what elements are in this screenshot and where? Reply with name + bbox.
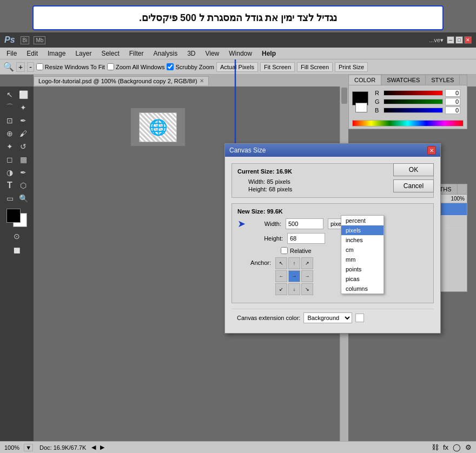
unit-option-cm[interactable]: cm [341,245,384,255]
unit-option-points[interactable]: points [341,264,384,274]
quick-mask-button[interactable]: ⊙ [3,230,30,242]
bg-color-swatch[interactable] [355,103,367,112]
new-width-input[interactable] [286,218,323,229]
tab-color[interactable]: COLOR [349,75,381,85]
scrollbar-thumb-v[interactable] [341,88,347,104]
actual-pixels-button[interactable]: Actual Pixels [216,62,258,72]
color-panel-tabs: COLOR SWATCHES STYLES [349,75,467,85]
settings-icon[interactable]: ⚙ [465,443,472,451]
crop-tool[interactable]: ⊡ [3,115,16,126]
menu-window[interactable]: Window [224,49,256,58]
menu-layer[interactable]: Layer [71,49,96,58]
eraser-tool[interactable]: ◻ [3,154,16,165]
healing-tool[interactable]: ⊕ [3,128,16,139]
extension-color-swatch[interactable] [355,314,364,322]
zoom-all-windows-input[interactable] [107,63,114,70]
zoom-out-icon[interactable]: - [27,62,34,72]
extension-color-select[interactable]: Foreground Background White Black Gray O… [303,312,352,323]
eyedropper-tool[interactable]: ✒ [17,115,30,126]
zoom-tool[interactable]: 🔍 [17,192,30,204]
screen-mode-button[interactable]: ⬜ [3,244,30,256]
anchor-cell-mr[interactable]: → [301,270,313,282]
scrubby-zoom-input[interactable] [167,63,174,70]
channel-b-bar[interactable] [384,108,443,113]
anchor-cell-bl[interactable]: ↙ [275,283,287,295]
channel-b-value[interactable] [445,106,460,114]
color-spectrum[interactable] [352,120,464,126]
tab-document[interactable]: Logo-for-tutorial.psd @ 100% (Background… [34,76,209,85]
new-height-input[interactable] [287,233,325,244]
unit-option-mm[interactable]: mm [341,255,384,264]
unit-option-inches[interactable]: inches [341,235,384,245]
zoom-in-icon[interactable]: + [16,62,25,72]
unit-option-columns[interactable]: columns [341,284,384,294]
anchor-label: Anchor: [237,257,275,266]
path-tool[interactable]: ⬡ [17,179,30,191]
tab-styles[interactable]: STYLES [426,75,460,85]
anchor-cell-tr[interactable]: ↗ [301,257,313,269]
menu-image[interactable]: Image [43,49,70,58]
scrubby-zoom-checkbox[interactable]: Scrubby Zoom [167,63,214,70]
tab-swatches[interactable]: SWATCHES [381,75,426,85]
ps-topbar: Ps Bi Mb ...ve▾ ─ □ ✕ [0,32,476,48]
menu-filter[interactable]: Filter [125,49,148,58]
clone-tool[interactable]: ✦ [3,141,16,152]
zoom-tool-icon[interactable]: 🔍 [3,62,14,72]
fill-screen-button[interactable]: Fill Screen [297,62,333,72]
unit-option-percent[interactable]: percent [341,216,384,225]
menu-select[interactable]: Select [97,49,123,58]
dialog-close-button[interactable]: ✕ [427,146,436,155]
pen-tool[interactable]: ✒ [17,166,30,178]
menu-3d[interactable]: 3D [183,49,200,58]
fit-screen-button[interactable]: Fit Screen [260,62,295,72]
fx-icon[interactable]: fx [443,443,448,451]
marquee-tool[interactable]: ⬜ [17,89,30,101]
history-tool[interactable]: ↺ [17,141,30,152]
foreground-color-swatch[interactable] [6,209,21,223]
anchor-cell-br[interactable]: ↘ [301,283,313,295]
relative-checkbox[interactable] [281,247,288,254]
dodge-tool[interactable]: ◑ [3,166,16,178]
anchor-row: Anchor: ↖ ↑ ↗ ← → → ↙ ↓ ↘ [237,257,428,295]
channel-r-bar[interactable] [384,90,443,96]
menu-view[interactable]: View [201,49,223,58]
anchor-cell-ml[interactable]: ← [275,270,287,282]
link-icon[interactable]: ⛓ [432,443,439,451]
lasso-tool[interactable]: ⌒ [3,102,16,114]
type-tool[interactable]: T [3,179,16,191]
shape-tool[interactable]: ▭ [3,192,16,204]
print-size-button[interactable]: Print Size [335,62,368,72]
resize-windows-checkbox[interactable]: Resize Windows To Fit [36,63,105,70]
anchor-cell-tl[interactable]: ↖ [275,257,287,269]
doc-info-arrow-left[interactable]: ◀ [91,444,96,451]
close-button[interactable]: ✕ [464,36,472,44]
zoom-menu-button[interactable]: ▼ [24,444,33,451]
minimize-button[interactable]: ─ [447,36,454,44]
channel-g-value[interactable] [445,98,460,105]
anchor-cell-tc[interactable]: ↑ [288,257,300,269]
resize-windows-input[interactable] [36,63,43,70]
anchor-cell-bc[interactable]: ↓ [288,283,300,295]
channel-r-value[interactable] [445,89,460,97]
magic-wand-tool[interactable]: ✦ [17,102,30,114]
mask-icon[interactable]: ◯ [453,443,461,451]
unit-option-pixels[interactable]: pixels [341,225,384,235]
channel-g-bar[interactable] [384,99,443,104]
menu-analysis[interactable]: Analysis [149,49,182,58]
unit-option-picas[interactable]: picas [341,274,384,284]
new-size-title: New Size: 99.6K [237,208,428,215]
tab-close-icon[interactable]: ✕ [200,78,204,84]
maximize-button[interactable]: □ [455,36,463,44]
tool-group-select: ↖ ⬜ [3,89,30,101]
cancel-button[interactable]: Cancel [393,179,434,192]
brush-tool[interactable]: 🖌 [17,128,30,139]
zoom-all-windows-checkbox[interactable]: Zoom All Windows [107,63,164,70]
menu-edit[interactable]: Edit [22,49,42,58]
ok-button[interactable]: OK [393,163,434,176]
menu-help[interactable]: Help [257,49,280,58]
doc-info-arrow-right[interactable]: ▶ [100,444,104,451]
move-tool[interactable]: ↖ [3,89,16,101]
anchor-cell-mc[interactable]: → [288,270,300,282]
gradient-tool[interactable]: ▦ [17,154,30,165]
menu-file[interactable]: File [2,49,21,58]
